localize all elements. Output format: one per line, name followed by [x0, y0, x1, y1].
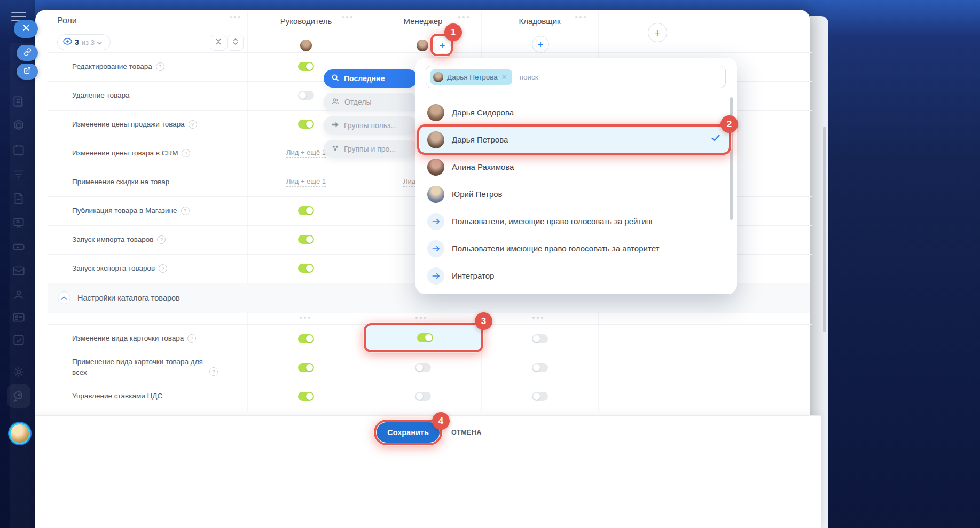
- toggle-head-export-products[interactable]: [298, 264, 314, 273]
- permission-label: Изменение цены товара в CRM: [72, 148, 178, 159]
- permission-label: Изменение цены продажи товара: [72, 119, 185, 130]
- picker-item[interactable]: Алина Рахимова: [422, 153, 724, 180]
- chevron-down-icon: [97, 37, 102, 47]
- permission-label: Запуск экспорта товаров: [72, 263, 155, 274]
- chip-remove-icon[interactable]: ✕: [501, 73, 507, 81]
- eye-icon: [63, 37, 72, 47]
- market-button[interactable]: [7, 384, 30, 408]
- toggle-storekeeper-manage-vat[interactable]: [532, 392, 548, 401]
- picker-item-label: Алина Рахимова: [452, 162, 514, 171]
- picker-item-label: Дарья Сидорова: [452, 108, 514, 117]
- picker-tab-label: Группы польз...: [344, 121, 397, 130]
- toggle-head-import-products[interactable]: [298, 235, 314, 244]
- filter-of-total: из 3: [82, 38, 95, 46]
- documents-icon[interactable]: [12, 94, 26, 108]
- tasks-check-icon[interactable]: [12, 333, 26, 347]
- picker-search-box[interactable]: Дарья Петрова ✕: [426, 66, 726, 88]
- save-button[interactable]: Сохранить: [377, 422, 440, 443]
- toggle-storekeeper-change-card-view[interactable]: [532, 334, 548, 343]
- help-icon[interactable]: [189, 120, 197, 129]
- profile-avatar[interactable]: [9, 423, 30, 444]
- search-icon: [331, 74, 339, 83]
- callout-badge-3: 3: [475, 312, 492, 330]
- selected-user-chip[interactable]: Дарья Петрова ✕: [430, 69, 512, 85]
- help-icon[interactable]: [187, 334, 196, 343]
- toggle-manager-change-card-view[interactable]: [417, 333, 433, 342]
- mail-icon[interactable]: [12, 264, 26, 278]
- file-icon[interactable]: [12, 192, 26, 206]
- roles-more-dots-icon[interactable]: [230, 16, 240, 18]
- picker-tab-groups-projects[interactable]: Группы и про...: [324, 140, 418, 158]
- table-row: Изменение цены продажи товара: [72, 110, 243, 139]
- add-user-storekeeper-button[interactable]: +: [532, 36, 549, 53]
- help-icon[interactable]: [181, 207, 190, 215]
- table-row: Изменение вида карточки товара: [72, 324, 243, 353]
- picker-item-label: Пользователи, имеющие право голосовать з…: [452, 217, 653, 226]
- close-slider-button[interactable]: [14, 20, 38, 38]
- workflows-hexagon-icon[interactable]: [12, 119, 26, 132]
- picker-tab-departments[interactable]: Отделы: [324, 93, 418, 111]
- table-row: Применение скидки на товар: [72, 168, 243, 196]
- employees-icon[interactable]: [12, 288, 26, 302]
- toggle-head-apply-card-view-all[interactable]: [298, 363, 314, 372]
- section-title: Настройки каталога товаров: [77, 294, 180, 302]
- help-icon[interactable]: [209, 367, 218, 376]
- table-row: Запуск импорта товаров: [72, 225, 243, 254]
- toggle-head-delete-product[interactable]: [298, 91, 314, 100]
- collapse-all-button[interactable]: [210, 35, 226, 51]
- toggle-storekeeper-apply-card-view-all[interactable]: [532, 363, 548, 372]
- add-role-button[interactable]: +: [648, 23, 667, 42]
- help-icon[interactable]: [182, 149, 190, 157]
- table-row: Публикация товара в Магазине: [72, 196, 243, 225]
- picker-item-label: Юрий Петров: [452, 190, 503, 199]
- expand-all-button[interactable]: [227, 35, 244, 51]
- cell-value-link[interactable]: Лид + ещё 1: [247, 177, 365, 187]
- picker-tab-label: Отделы: [344, 98, 372, 106]
- toggle-head-change-sale-price[interactable]: [298, 120, 314, 129]
- expand-icon: [232, 38, 239, 48]
- chip-label: Дарья Петрова: [447, 73, 498, 81]
- chevron-up-icon[interactable]: [58, 291, 70, 304]
- picker-item[interactable]: Интегратор: [422, 262, 724, 289]
- toggle-manager-manage-vat[interactable]: [415, 392, 431, 401]
- cancel-button[interactable]: ОТМЕНА: [451, 429, 482, 436]
- copy-link-button[interactable]: [17, 45, 38, 61]
- calendar-icon[interactable]: [12, 143, 26, 157]
- id-card-icon[interactable]: [12, 310, 26, 324]
- user-avatar: [427, 104, 444, 121]
- close-icon: [22, 24, 30, 34]
- column-manager-label: Менеджер: [365, 17, 481, 26]
- group-dots-icon: [331, 145, 339, 153]
- arrow-right-icon: [427, 213, 444, 230]
- drive-icon[interactable]: [12, 240, 26, 254]
- background-panel-scrollbar[interactable]: [823, 127, 826, 332]
- picker-item[interactable]: Пользователи имеющие право голосовать за…: [422, 235, 724, 262]
- strip-more-dots-icon: [300, 317, 310, 319]
- toggle-head-manage-vat[interactable]: [298, 392, 314, 401]
- picker-tab-recent[interactable]: Последние: [324, 69, 418, 88]
- permission-label: Удаление товара: [72, 90, 130, 101]
- toggle-manager-apply-card-view-all[interactable]: [415, 363, 431, 372]
- toggle-head-edit-product[interactable]: [298, 62, 314, 71]
- role-manager-avatar: [417, 40, 428, 51]
- table-row: Удаление товара: [72, 81, 243, 110]
- settings-gear-icon[interactable]: [12, 365, 26, 379]
- help-icon[interactable]: [156, 62, 164, 71]
- crm-funnel-icon[interactable]: [12, 168, 26, 182]
- roles-visibility-filter[interactable]: 3 из 3: [57, 34, 111, 50]
- picker-tab-user-groups[interactable]: Группы польз...: [324, 116, 418, 135]
- search-input[interactable]: [519, 73, 697, 82]
- column-head-label: Руководитель: [247, 17, 365, 26]
- permission-label: Запуск импорта товаров: [72, 234, 153, 245]
- knowledge-board-icon[interactable]: [12, 216, 26, 230]
- role-head-avatar: [300, 40, 312, 51]
- help-icon[interactable]: [159, 264, 167, 273]
- open-in-new-window-button[interactable]: [17, 64, 38, 80]
- toggle-head-publish-product[interactable]: [298, 206, 314, 215]
- help-icon[interactable]: [157, 235, 166, 244]
- picker-item[interactable]: Пользователи, имеющие право голосовать з…: [422, 208, 724, 235]
- permission-label: Управление ставками НДС: [72, 391, 162, 401]
- picker-item[interactable]: Юрий Петров: [422, 180, 724, 208]
- picker-item[interactable]: Дарья Сидорова: [422, 99, 724, 126]
- toggle-head-change-card-view[interactable]: [298, 334, 314, 343]
